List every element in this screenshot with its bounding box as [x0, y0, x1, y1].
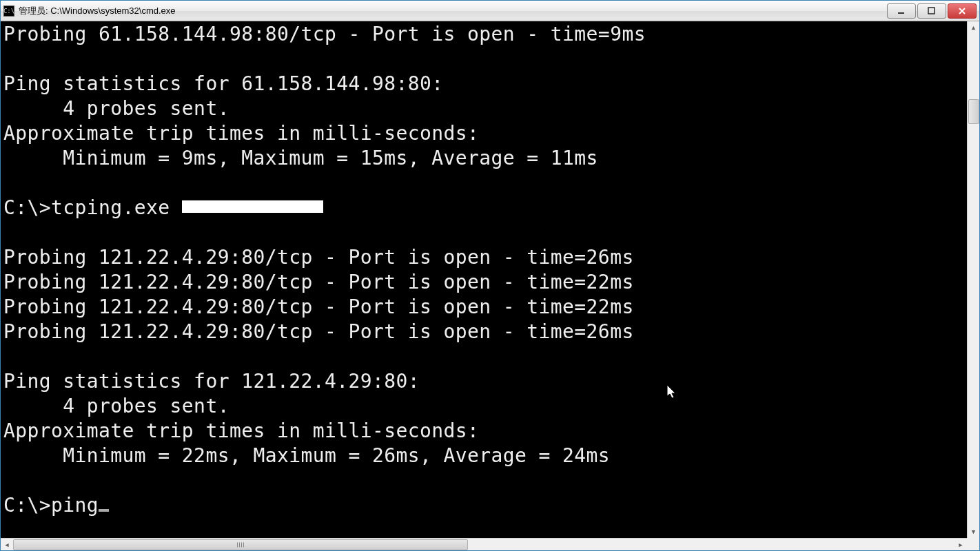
redacted-text [182, 200, 323, 213]
scroll-right-arrow-icon[interactable]: ▶ [955, 539, 967, 550]
terminal-line: Probing 121.22.4.29:80/tcp - Port is ope… [3, 320, 964, 344]
terminal-line: Probing 121.22.4.29:80/tcp - Port is ope… [3, 295, 964, 320]
terminal-line: 4 probes sent. [3, 394, 964, 419]
terminal-line: Probing 121.22.4.29:80/tcp - Port is ope… [3, 270, 964, 295]
close-icon [958, 7, 966, 15]
terminal-output[interactable]: Probing 61.158.144.98:80/tcp - Port is o… [1, 21, 967, 538]
terminal-line [3, 344, 964, 369]
scroll-up-arrow-icon[interactable]: ▲ [968, 21, 979, 34]
terminal-line [3, 468, 964, 493]
horizontal-scroll-thumb[interactable] [13, 539, 468, 550]
terminal-line: Approximate trip times in milli-seconds: [3, 121, 964, 146]
horizontal-scrollbar[interactable]: ◀ ▶ [1, 538, 967, 550]
minimize-button[interactable] [887, 3, 916, 19]
close-button[interactable] [948, 3, 977, 19]
titlebar[interactable]: C:\ 管理员: C:\Windows\system32\cmd.exe [1, 1, 979, 21]
terminal-line: C:\>ping [3, 493, 964, 518]
terminal-line: Probing 61.158.144.98:80/tcp - Port is o… [3, 22, 964, 47]
terminal-line: Approximate trip times in milli-seconds: [3, 419, 964, 444]
terminal-line [3, 171, 964, 196]
scrollbar-corner [967, 538, 979, 550]
terminal-line [3, 220, 964, 245]
terminal-line: C:\>tcping.exe [3, 196, 964, 220]
vertical-scroll-thumb[interactable] [968, 99, 979, 124]
horizontal-scroll-track[interactable] [13, 539, 955, 550]
cmd-window: C:\ 管理员: C:\Windows\system32\cmd.exe Pro… [0, 0, 980, 551]
vertical-scroll-track[interactable] [968, 34, 979, 526]
svg-rect-1 [928, 8, 935, 14]
window-icon: C:\ [3, 6, 14, 17]
maximize-icon [928, 7, 936, 15]
scroll-left-arrow-icon[interactable]: ◀ [1, 539, 13, 550]
terminal-line [3, 47, 964, 72]
minimize-icon [897, 7, 906, 15]
terminal-line: Ping statistics for 121.22.4.29:80: [3, 369, 964, 394]
terminal-line: Minimum = 22ms, Maximum = 26ms, Average … [3, 444, 964, 468]
content-area: Probing 61.158.144.98:80/tcp - Port is o… [1, 21, 979, 538]
terminal-line: Minimum = 9ms, Maximum = 15ms, Average =… [3, 146, 964, 171]
terminal-line: 4 probes sent. [3, 96, 964, 121]
text-cursor [99, 509, 109, 512]
window-title: 管理员: C:\Windows\system32\cmd.exe [19, 5, 887, 17]
terminal-line: Probing 121.22.4.29:80/tcp - Port is ope… [3, 245, 964, 270]
scroll-down-arrow-icon[interactable]: ▼ [968, 526, 979, 538]
terminal-line: Ping statistics for 61.158.144.98:80: [3, 72, 964, 96]
vertical-scrollbar[interactable]: ▲ ▼ [967, 21, 979, 538]
svg-rect-0 [898, 12, 904, 14]
maximize-button[interactable] [917, 3, 946, 19]
window-controls [887, 3, 977, 19]
bottom-scroll-row: ◀ ▶ [1, 538, 979, 550]
